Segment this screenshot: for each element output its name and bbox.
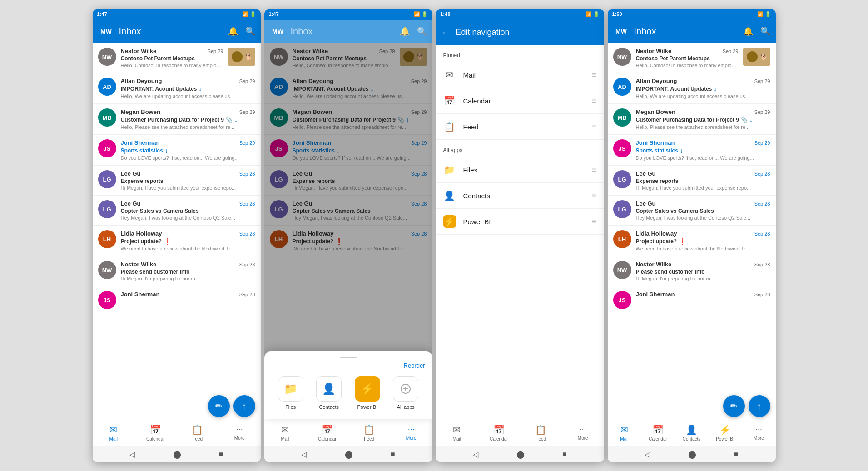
email-preview: Hello, We are updating account access pl…: [121, 93, 255, 99]
nav-item-feed[interactable]: 📋 Feed: [348, 419, 391, 446]
scroll-up-fab[interactable]: ↑: [233, 395, 255, 417]
email-item[interactable]: JS Joni Sherman Sep 28: [608, 286, 776, 314]
nav-label: Calendar: [318, 437, 337, 442]
bell-icon[interactable]: 🔔: [743, 26, 753, 36]
nav-item-mail[interactable]: ✉ Mail: [264, 419, 307, 446]
drag-handle[interactable]: ≡: [592, 217, 597, 226]
nav-item-calendar[interactable]: 📅 Calendar: [478, 419, 520, 446]
email-item[interactable]: NW Nestor Wilke Sep 28 Please send custo…: [93, 256, 261, 286]
email-item[interactable]: MB Megan Bowen Sep 29 Customer Purchasin…: [608, 104, 776, 135]
nav-label: Calendar: [649, 437, 667, 442]
bell-icon[interactable]: 🔔: [228, 26, 238, 36]
email-sender: Lidia Holloway: [121, 230, 162, 237]
header-icons: 🔔 🔍: [743, 26, 770, 36]
email-date: Sep 29: [239, 140, 255, 146]
email-item[interactable]: LH Lidia Holloway Sep 28 Project update?…: [93, 226, 261, 256]
email-item[interactable]: NW Nestor Wilke Sep 29 Contoso Pet Paren…: [608, 43, 776, 73]
back-button[interactable]: ←: [441, 27, 451, 38]
email-thumbnail: 🐕: [743, 48, 770, 66]
email-item[interactable]: LG Lee Gu Sep 28 Copter Sales vs Camera …: [93, 196, 261, 226]
drag-handle[interactable]: ≡: [592, 122, 597, 132]
scroll-up-fab[interactable]: ↑: [749, 395, 770, 417]
nav-item-mail[interactable]: ✉ Mail: [608, 419, 641, 446]
back-btn[interactable]: ◁: [473, 450, 478, 459]
recent-btn[interactable]: ■: [562, 450, 567, 458]
email-item[interactable]: JS Joni Sherman Sep 29 Sports statistics…: [93, 135, 261, 166]
panel-item-label: All apps: [397, 404, 415, 410]
nav-icon: ⚡: [719, 424, 731, 435]
email-item[interactable]: NW Nestor Wilke Sep 28 Please send custo…: [608, 256, 776, 286]
panel-reorder-btn[interactable]: Reorder: [264, 362, 432, 369]
nav-item-power-bi[interactable]: ⚡ Power BI: [709, 419, 742, 446]
nav-icon: 📋: [192, 424, 203, 435]
email-subject: Sports statistics: [636, 147, 678, 154]
email-preview: Do you LOVE sports? If so, read on... We…: [121, 155, 255, 161]
header-avatar[interactable]: MW: [613, 23, 630, 39]
home-btn[interactable]: ⬤: [516, 450, 525, 459]
back-btn[interactable]: ◁: [301, 450, 307, 459]
email-sender: Nestor Wilke: [121, 261, 157, 268]
email-sender: Allan Deyoung: [121, 78, 162, 84]
email-content: Nestor Wilke Sep 28 Please send customer…: [121, 261, 255, 281]
home-btn[interactable]: ⬤: [173, 450, 181, 459]
email-sender: Joni Sherman: [121, 291, 160, 298]
recent-btn[interactable]: ■: [391, 450, 395, 458]
email-subject: Customer Purchasing Data for Project 9: [121, 117, 224, 123]
nav-item-contacts[interactable]: 👤 Contacts: [675, 419, 709, 446]
panel-item-files[interactable]: 📁 Files: [278, 376, 303, 410]
email-list[interactable]: NW Nestor Wilke Sep 29 Contoso Pet Paren…: [93, 43, 261, 419]
email-date: Sep 29: [754, 109, 770, 115]
email-item[interactable]: NW Nestor Wilke Sep 29 Contoso Pet Paren…: [93, 43, 261, 73]
home-btn[interactable]: ⬤: [688, 450, 696, 459]
recent-btn[interactable]: ■: [219, 450, 223, 458]
recent-btn[interactable]: ■: [734, 450, 739, 458]
email-item[interactable]: LH Lidia Holloway Sep 28 Project update?…: [608, 226, 776, 256]
avatar: LG: [613, 200, 631, 218]
nav-item-calendar[interactable]: 📅 Calendar: [306, 419, 348, 446]
bell-icon[interactable]: 🔔: [400, 26, 410, 36]
panel-handle[interactable]: [340, 357, 357, 358]
search-icon[interactable]: 🔍: [245, 26, 255, 36]
drag-handle[interactable]: ≡: [592, 70, 597, 80]
email-item[interactable]: LG Lee Gu Sep 28 Copter Sales vs Camera …: [608, 196, 776, 226]
back-btn[interactable]: ◁: [129, 450, 135, 459]
panel-item-power-bi[interactable]: ⚡ Power BI: [355, 376, 380, 410]
nav-item-more[interactable]: ··· More: [562, 419, 604, 446]
nav-item-more[interactable]: ··· More: [742, 419, 776, 446]
compose-fab[interactable]: ✏: [723, 395, 745, 417]
nav-item-mail[interactable]: ✉ Mail: [436, 419, 478, 446]
drag-handle[interactable]: ≡: [592, 165, 597, 175]
drag-handle[interactable]: ≡: [592, 96, 597, 106]
avatar: JS: [98, 291, 116, 309]
nav-item-calendar[interactable]: 📅 Calendar: [641, 419, 675, 446]
nav-item-feed[interactable]: 📋 Feed: [177, 419, 219, 446]
email-item[interactable]: AD Allan Deyoung Sep 29 IMPORTANT: Acoun…: [608, 73, 776, 104]
header-avatar[interactable]: MW: [98, 23, 114, 39]
avatar: LG: [613, 170, 631, 188]
email-item[interactable]: LG Lee Gu Sep 28 Expense reports Hi Mega…: [93, 166, 261, 196]
nav-item-more[interactable]: ··· More: [390, 419, 432, 446]
email-sender: Megan Bowen: [636, 108, 675, 115]
home-btn[interactable]: ⬤: [345, 450, 353, 459]
email-item[interactable]: JS Joni Sherman Sep 29 Sports statistics…: [608, 135, 776, 166]
drag-handle[interactable]: ≡: [592, 191, 597, 201]
nav-item-more[interactable]: ··· More: [218, 419, 261, 446]
app-header: MW Inbox 🔔 🔍: [608, 20, 776, 43]
panel-item-all-apps[interactable]: All apps: [393, 376, 418, 410]
email-item[interactable]: JS Joni Sherman Sep 28: [93, 286, 261, 314]
nav-item-mail[interactable]: ✉ Mail: [93, 419, 135, 446]
header-avatar[interactable]: MW: [270, 23, 286, 39]
nav-edit-label: Mail: [463, 71, 585, 79]
email-list[interactable]: NW Nestor Wilke Sep 29 Contoso Pet Paren…: [608, 43, 776, 419]
panel-item-contacts[interactable]: 👤 Contacts: [316, 376, 342, 410]
nav-item-calendar[interactable]: 📅 Calendar: [134, 419, 177, 446]
email-item[interactable]: LG Lee Gu Sep 28 Expense reports Hi Mega…: [608, 166, 776, 196]
search-icon[interactable]: 🔍: [760, 26, 770, 36]
back-btn[interactable]: ◁: [645, 450, 650, 459]
nav-item-feed[interactable]: 📋 Feed: [520, 419, 562, 446]
compose-fab[interactable]: ✏: [208, 395, 230, 417]
search-icon[interactable]: 🔍: [417, 26, 427, 36]
panel-icon-box: 📁: [278, 376, 303, 402]
email-item[interactable]: AD Allan Deyoung Sep 29 IMPORTANT: Acoun…: [93, 73, 261, 104]
email-item[interactable]: MB Megan Bowen Sep 29 Customer Purchasin…: [93, 104, 261, 135]
